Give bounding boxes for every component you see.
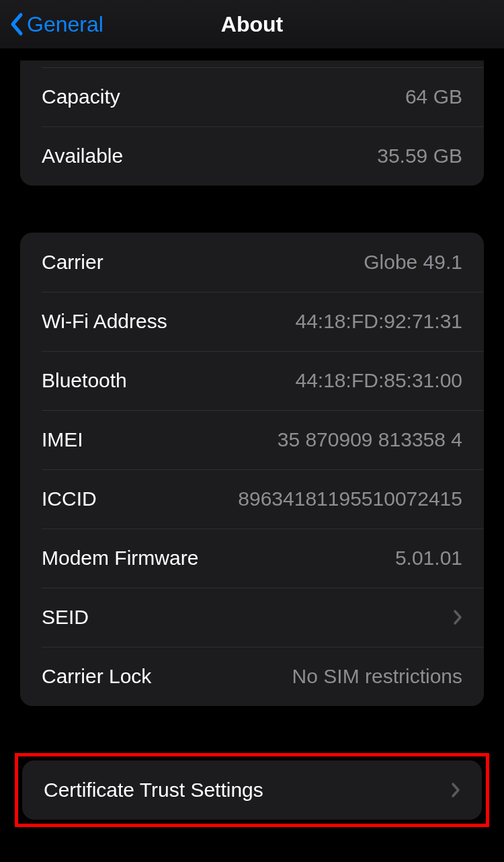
row-value: 5.01.01 <box>395 547 462 570</box>
row-value: 35 870909 813358 4 <box>278 428 462 451</box>
row-value: 44:18:FD:92:71:31 <box>295 310 462 333</box>
row-partial-top[interactable] <box>20 61 484 67</box>
chevron-right-icon <box>453 609 462 625</box>
storage-group: Capacity 64 GB Available 35.59 GB <box>20 61 484 186</box>
row-seid[interactable]: SEID <box>20 588 484 647</box>
row-value: 44:18:FD:85:31:00 <box>295 369 462 392</box>
row-modem-firmware[interactable]: Modem Firmware 5.01.01 <box>20 528 484 588</box>
chevron-left-icon <box>9 12 24 36</box>
row-carrier[interactable]: Carrier Globe 49.1 <box>20 233 484 292</box>
page-title: About <box>221 12 283 37</box>
row-imei[interactable]: IMEI 35 870909 813358 4 <box>20 410 484 469</box>
row-value: 89634181195510072415 <box>238 487 462 510</box>
highlight-annotation: Certificate Trust Settings <box>15 753 489 827</box>
row-label: Capacity <box>42 85 120 108</box>
row-label: SEID <box>42 606 89 629</box>
row-label: Modem Firmware <box>42 547 198 570</box>
row-iccid[interactable]: ICCID 89634181195510072415 <box>20 469 484 528</box>
row-label: Carrier Lock <box>42 665 151 688</box>
row-value: No SIM restrictions <box>292 665 462 688</box>
row-label: Available <box>42 145 123 167</box>
row-bluetooth[interactable]: Bluetooth 44:18:FD:85:31:00 <box>20 351 484 410</box>
navbar: General About <box>0 0 504 48</box>
back-button[interactable]: General <box>9 12 103 37</box>
row-label: Bluetooth <box>42 369 127 392</box>
row-label: ICCID <box>42 487 97 510</box>
row-capacity[interactable]: Capacity 64 GB <box>20 67 484 126</box>
row-value: Globe 49.1 <box>364 251 462 274</box>
row-carrier-lock[interactable]: Carrier Lock No SIM restrictions <box>20 647 484 706</box>
row-value: 64 GB <box>405 85 462 108</box>
row-wifi-address[interactable]: Wi-Fi Address 44:18:FD:92:71:31 <box>20 292 484 351</box>
row-label: IMEI <box>42 428 83 451</box>
certificate-group: Certificate Trust Settings <box>22 760 482 820</box>
content: Capacity 64 GB Available 35.59 GB Carrie… <box>0 48 504 827</box>
back-label: General <box>27 12 103 37</box>
network-group: Carrier Globe 49.1 Wi-Fi Address 44:18:F… <box>20 233 484 706</box>
chevron-right-icon <box>451 782 460 798</box>
row-value: 35.59 GB <box>377 145 462 167</box>
row-available[interactable]: Available 35.59 GB <box>20 126 484 186</box>
row-label: Certificate Trust Settings <box>44 779 263 801</box>
row-certificate-trust-settings[interactable]: Certificate Trust Settings <box>22 760 482 820</box>
row-label: Carrier <box>42 251 103 274</box>
row-label: Wi-Fi Address <box>42 310 167 333</box>
